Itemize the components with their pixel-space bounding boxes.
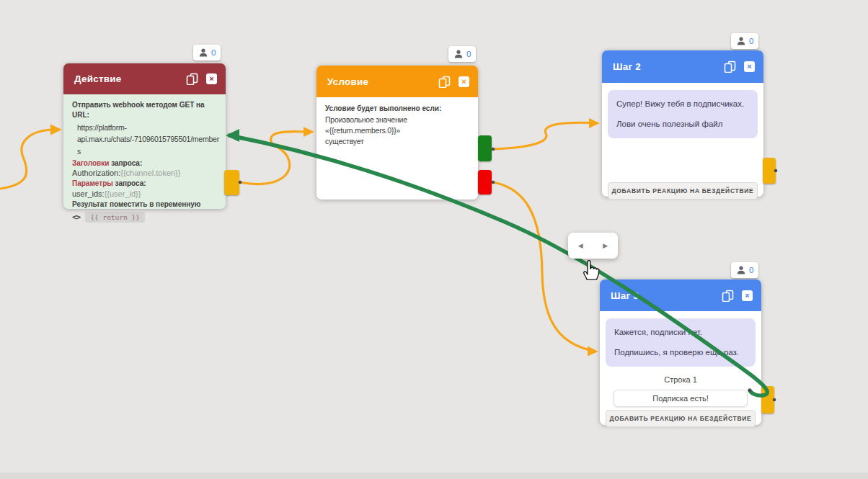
close-glyph: × — [745, 292, 749, 300]
webhook-label: Отправить webhook методом GET на URL: — [72, 100, 217, 120]
params-label: Параметры запроса: — [72, 179, 217, 189]
arrowhead-condition-true-to-step2 — [589, 118, 600, 128]
node-step2[interactable]: Шаг 2 × Супер! Вижу тебя в подписчиках. … — [602, 50, 763, 197]
back-button[interactable]: ◀ — [568, 233, 593, 259]
message-line: Супер! Вижу тебя в подписчиках. — [616, 99, 749, 109]
copy-icon[interactable] — [438, 76, 451, 88]
users-count: 0 — [749, 37, 753, 45]
node-title: Условие — [327, 76, 438, 87]
node-condition-header[interactable]: Условие × — [316, 66, 478, 97]
add-idle-reaction-button[interactable]: ДОБАВИТЬ РЕАКЦИЮ НА БЕЗДЕЙСТВИЕ — [606, 410, 756, 427]
node-condition[interactable]: Условие × Условие будет выполнено если: … — [316, 66, 478, 200]
copy-icon[interactable] — [724, 61, 736, 73]
output-handle-step3[interactable] — [761, 386, 774, 413]
flow-canvas[interactable]: 0 Действие × Отправить webhook методом G… — [0, 0, 868, 479]
add-idle-reaction-button[interactable]: ДОБАВИТЬ РЕАКЦИЮ НА БЕЗДЕЙСТВИЕ — [608, 182, 758, 200]
result-label: Результат поместить в переменную — [72, 200, 217, 210]
hand-cursor-icon — [581, 256, 601, 282]
user-ids-row: user_ids:{{user_id}} — [72, 189, 217, 198]
delete-icon[interactable]: × — [459, 76, 469, 87]
users-count-badge-condition[interactable]: 0 — [448, 46, 476, 62]
copy-icon[interactable] — [186, 73, 198, 85]
reply-option-button[interactable]: Подписка есть! — [614, 390, 748, 407]
users-count: 0 — [211, 48, 216, 57]
node-action-header[interactable]: Действие × — [63, 63, 226, 94]
code-icon: <> — [72, 212, 80, 222]
arrowhead-condition-false-to-step3 — [588, 346, 598, 357]
users-count: 0 — [749, 266, 753, 274]
condition-false-handle[interactable] — [478, 170, 492, 194]
arrowhead-step3-reply-to-action — [226, 129, 239, 142]
edge-incoming-to-action — [0, 130, 53, 189]
node-condition-body: Условие будет выполнено если: Произвольн… — [316, 97, 478, 155]
copy-icon[interactable] — [722, 290, 734, 302]
node-action-body: Отправить webhook методом GET на URL: ht… — [63, 94, 226, 228]
output-handle-step2[interactable] — [763, 158, 776, 184]
webhook-url: https://platform- api.max.ru/chats/-7109… — [77, 122, 219, 157]
anchor-dot — [492, 148, 495, 151]
person-icon — [198, 48, 208, 58]
row-label: Строка 1 — [600, 375, 761, 384]
forward-button[interactable]: ▶ — [593, 233, 619, 259]
delete-icon[interactable]: × — [742, 290, 753, 301]
node-title: Шаг 2 — [613, 61, 724, 72]
condition-text: Произвольное значение «{{return.members.… — [325, 115, 471, 148]
users-count-badge-step3[interactable]: 0 — [731, 262, 758, 278]
history-pager: ◀ ▶ — [568, 233, 618, 259]
node-step2-body: Супер! Вижу тебя в подписчиках. Лови оче… — [602, 90, 763, 205]
close-glyph: × — [747, 63, 751, 71]
headers-label: Заголовки запроса: — [72, 158, 217, 169]
arrowhead-action-to-condition — [304, 127, 314, 137]
message-bubble: Кажется, подписки нет. Подпишись, я пров… — [606, 318, 756, 367]
person-icon — [736, 265, 746, 275]
result-variable-chip: {{ return }} — [85, 212, 145, 223]
close-glyph: × — [209, 75, 213, 83]
users-count-badge-step2[interactable]: 0 — [731, 33, 758, 49]
node-title: Действие — [74, 73, 186, 84]
delete-icon[interactable]: × — [744, 61, 755, 72]
edge-condition-true-to-step2 — [493, 122, 591, 149]
anchor-dot — [492, 181, 495, 184]
condition-intro-label: Условие будет выполнено если: — [325, 104, 471, 112]
node-step3[interactable]: Шаг 3 × Кажется, подписки нет. Подпишись… — [600, 279, 761, 425]
canvas-bottom-strip — [0, 473, 868, 479]
node-step3-body: Кажется, подписки нет. Подпишись, я пров… — [600, 318, 761, 432]
condition-true-handle[interactable] — [478, 135, 492, 161]
arrowhead-incoming-to-action — [50, 125, 62, 135]
users-count-badge-action[interactable]: 0 — [193, 45, 221, 61]
users-count: 0 — [466, 50, 471, 58]
message-line: Кажется, подписки нет. — [614, 327, 747, 337]
person-icon — [736, 36, 746, 46]
node-step3-header[interactable]: Шаг 3 × — [600, 279, 761, 311]
chevron-right-icon: ▶ — [603, 242, 608, 249]
message-bubble: Супер! Вижу тебя в подписчиках. Лови оче… — [608, 90, 758, 138]
edge-condition-false-to-step3 — [493, 182, 590, 350]
node-step2-header[interactable]: Шаг 2 × — [602, 50, 763, 83]
authorization-row: Authorization:{{channel.token}} — [72, 169, 217, 177]
chevron-left-icon: ◀ — [578, 242, 583, 249]
node-action[interactable]: Действие × Отправить webhook методом GET… — [63, 63, 226, 209]
node-title: Шаг 3 — [611, 290, 722, 301]
delete-icon[interactable]: × — [206, 73, 217, 84]
message-line: Подпишись, я проверю еще раз. — [614, 347, 747, 357]
edge-action-to-condition — [240, 132, 306, 184]
close-glyph: × — [461, 78, 466, 86]
person-icon — [453, 49, 464, 59]
output-handle-action[interactable] — [224, 170, 239, 195]
message-line: Лови очень полезный файл — [616, 119, 749, 129]
